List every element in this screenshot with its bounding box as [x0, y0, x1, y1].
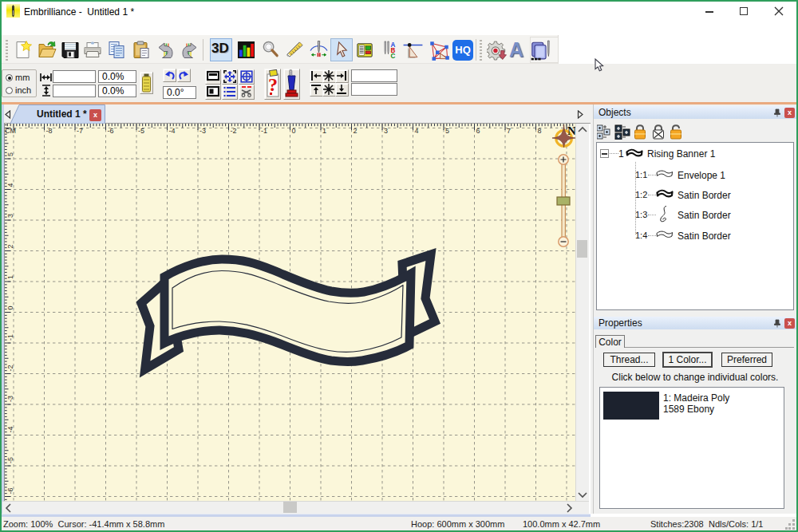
svg-text:1: 1: [322, 127, 326, 135]
svg-text:-2: -2: [231, 127, 237, 135]
svg-text:4: 4: [415, 127, 419, 135]
svg-text:-6: -6: [108, 127, 114, 135]
svg-text:-5: -5: [138, 127, 144, 135]
svg-text:5: 5: [6, 152, 14, 156]
svg-text:3: 3: [6, 214, 14, 218]
svg-text:-3: -3: [200, 127, 206, 135]
svg-text:C: C: [390, 53, 395, 59]
svg-text:8: 8: [538, 127, 542, 135]
svg-text:-6: -6: [6, 487, 14, 494]
svg-text:N: N: [567, 124, 575, 137]
svg-text:3: 3: [384, 127, 388, 135]
svg-text:7: 7: [507, 127, 511, 135]
svg-text:2: 2: [354, 127, 358, 135]
svg-text:-1: -1: [6, 334, 14, 341]
svg-text:0: 0: [292, 127, 296, 135]
svg-text:-8: -8: [46, 127, 53, 135]
svg-text:5: 5: [445, 127, 449, 135]
svg-text:1: 1: [6, 275, 14, 279]
svg-text:-3: -3: [6, 396, 14, 402]
svg-text:0: 0: [6, 305, 14, 309]
svg-text:-4: -4: [169, 127, 176, 135]
svg-text:-1: -1: [261, 127, 267, 135]
svg-text:-4: -4: [6, 426, 14, 432]
svg-text:4: 4: [6, 183, 14, 187]
svg-text:6: 6: [476, 127, 480, 135]
svg-text:CM: CM: [5, 127, 16, 135]
svg-text:-5: -5: [6, 457, 14, 463]
svg-text:-7: -7: [77, 127, 83, 135]
svg-text:-2: -2: [6, 365, 14, 371]
svg-text:2: 2: [6, 244, 14, 248]
svg-text:?: ?: [268, 74, 278, 95]
